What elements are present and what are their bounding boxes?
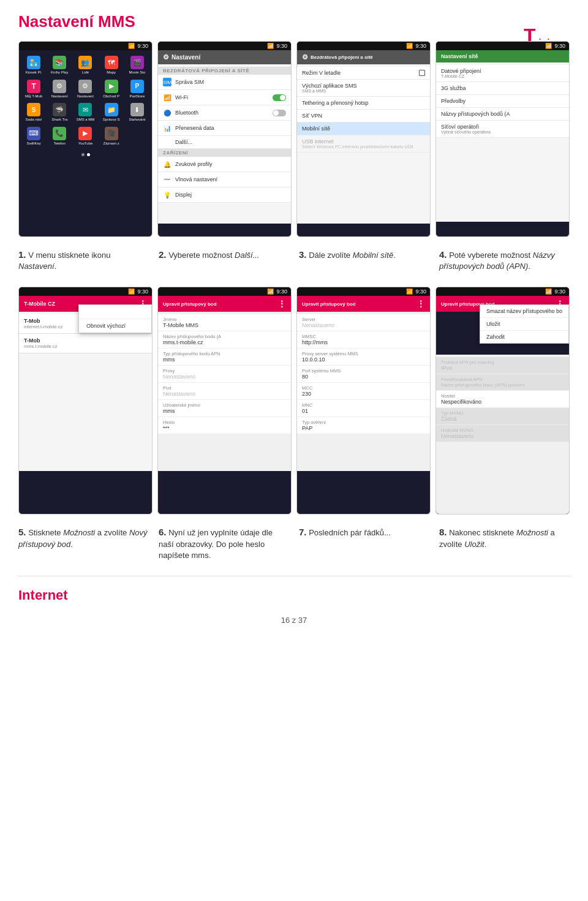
apn-field-port[interactable]: Port Nenastaveno <box>158 383 291 400</box>
instruction-3: 3. Dále zvolíte Mobilní sítě. <box>299 248 429 272</box>
home-icon-obchod[interactable]: ▶Obchod P <box>99 78 124 100</box>
bluetooth-toggle[interactable] <box>273 110 286 116</box>
network-item-operators[interactable]: Síťoví operátoři Vybrat síťového operáto… <box>436 121 569 138</box>
wireless-title: Bezdrátová připojení a sítě <box>311 55 425 60</box>
home-icon-nastaveni1[interactable]: ⚙Nastavení <box>47 78 72 100</box>
network-item-data[interactable]: Datové připojení T-Mobile CZ <box>436 65 569 82</box>
apn-edit2-body: Server Nenastaveno MMSC http://mms Proxy… <box>297 312 430 471</box>
wireless-item-airplane-label: Režim V letadle <box>302 70 415 76</box>
home-icon-zaznam[interactable]: 🎥Záznam z <box>99 125 124 148</box>
home-icon-youtube[interactable]: ▶YouTube <box>73 125 97 148</box>
network-item-apn[interactable]: Názvy přístupových bodů (A <box>436 108 569 121</box>
wireless-item-vpn[interactable]: Síť VPN <box>297 110 430 123</box>
apn-field-mnc[interactable]: MNC 01 <box>297 400 430 417</box>
network-title: Nastavení sítě <box>441 53 564 59</box>
section-divider <box>18 576 570 576</box>
settings-item-wave[interactable]: 〰 Vlnová nastavení <box>158 172 291 187</box>
apn-field-apn-name-label: Název přístupového bodu (A <box>163 334 286 339</box>
apn-ctx-field-nositel[interactable]: Nositel Nespecifikováno <box>436 391 569 408</box>
apn-field-jmeno[interactable]: Jméno T-Mobile MMS <box>158 314 291 331</box>
home-icon-mapy[interactable]: 🗺Mapy <box>99 54 124 77</box>
bluetooth-icon: 🔵 <box>163 108 172 117</box>
internet-section-heading: Internet <box>18 587 570 603</box>
wireless-item-mobile[interactable]: Mobilní sítě <box>297 123 430 135</box>
home-icon-nastaveni2[interactable]: ⚙Nastavení <box>73 78 97 100</box>
home-icon-sms[interactable]: ✉SMS a MM <box>73 101 97 124</box>
settings-item-data-label: Přenesená data <box>175 125 286 131</box>
apn-field-mms-proxy-label: Proxy server systému MMS <box>302 351 425 356</box>
home-icon-spravce[interactable]: 📁Správce S <box>99 101 124 124</box>
ctx-menu-delete[interactable]: Smazat název přístupového bo <box>480 305 568 318</box>
apn-field-mmsc-value: http://mms <box>302 339 425 345</box>
settings-item-bluetooth-label: Bluetooth <box>175 110 269 116</box>
apn-field-password-value: *** <box>163 425 286 431</box>
apn-field-auth[interactable]: Typ ověření PAP <box>297 417 430 434</box>
apn-field-mms-proxy[interactable]: Proxy server systému MMS 10.0.0.10 <box>297 349 430 366</box>
dropdown-item-restore[interactable]: Obnovit výchozí <box>79 319 151 333</box>
apn-field-username-value: mms <box>163 408 286 414</box>
instruction-8: 8. Nakonec stisknete Možnosti a zvolíte … <box>439 526 570 561</box>
settings-item-data[interactable]: 📊 Přenesená data <box>158 121 291 136</box>
home-icon-tmobile[interactable]: TMůj T-Mob <box>21 78 46 100</box>
apn-field-proxy[interactable]: Proxy Nenastaveno <box>158 366 291 383</box>
settings-gear-icon: ⚙ <box>163 53 169 61</box>
apn-edit2-header: Upravit přístupový bod ⋮ <box>297 296 430 312</box>
ctx-menu-discard[interactable]: Zahodit <box>480 331 568 343</box>
settings-title: Nastavení <box>172 54 286 61</box>
apn-field-type[interactable]: Typ přístupového bodu APN mms <box>158 349 291 366</box>
apn-list-body: Nový přístupový bod Obnovit výchozí T-Mo… <box>19 312 152 471</box>
network-item-3g[interactable]: 3G služba <box>436 82 569 95</box>
instructions-row-1: 1. V menu stisknete ikonu Nastavení. 2. … <box>18 248 570 272</box>
home-icon-shark[interactable]: 🦈Shark Tra <box>47 101 72 124</box>
home-icon-kiosek[interactable]: 🏪Kiosek Pl. <box>21 54 46 77</box>
dropdown-item-new[interactable]: Nový přístupový bod <box>79 305 151 319</box>
wifi-toggle[interactable] <box>273 94 286 101</box>
home-icon-paris[interactable]: PPariStore <box>125 78 149 100</box>
apn-field-apn-name[interactable]: Název přístupového bodu (A mms.t-mobile.… <box>158 331 291 349</box>
apn-field-mms-port[interactable]: Port systému MMS 80 <box>297 366 430 383</box>
settings-item-wifi[interactable]: 📶 Wi-Fi <box>158 90 291 105</box>
wireless-item-usb[interactable]: USB Internet Sdílení Windows PC internet… <box>297 135 430 153</box>
sim-icon: SIM <box>163 78 172 86</box>
apn-field-mcc-label: MCC <box>302 385 425 391</box>
home-icon-stah[interactable]: ⬇Stahování <box>125 101 149 124</box>
display-icon: 💡 <box>163 190 172 199</box>
apn-ctx-enable-value: Název přístupového bodu (APN) povolen <box>441 382 564 388</box>
settings-item-display[interactable]: 💡 Displej <box>158 187 291 203</box>
wireless-item-tethering[interactable]: Tethering a přenosný hotsp <box>297 97 430 110</box>
home-icon-sada[interactable]: SSada nás! <box>21 101 46 124</box>
settings-item-sound[interactable]: 🔔 Zvukové profily <box>158 157 291 172</box>
apn-field-proxy-label: Proxy <box>163 368 286 374</box>
wifi-icon: 📶 <box>163 93 172 102</box>
apn-field-server[interactable]: Server Nenastaveno <box>297 314 430 331</box>
settings-item-dalsi[interactable]: Další... <box>158 136 291 149</box>
apn-field-password[interactable]: Heslo *** <box>158 417 291 434</box>
network-item-predvolby-label: Předvolby <box>441 98 564 104</box>
apn-field-mmsc[interactable]: MMSC http://mms <box>297 331 430 349</box>
home-icon-lide[interactable]: 👥Lidé <box>73 54 97 77</box>
home-icons-grid: 🏪Kiosek Pl. 📚Knihy Play 👥Lidé 🗺Mapy 🎬Mov… <box>19 50 152 151</box>
instruction-5-number: 5. <box>18 527 26 537</box>
apn-list-item-2[interactable]: T-Mob mms.t-mobile.cz <box>19 334 152 353</box>
home-icon-swiftkey[interactable]: ⌨SwiftKey <box>21 125 46 148</box>
settings-item-bluetooth[interactable]: 🔵 Bluetooth <box>158 105 291 121</box>
ctx-menu-save[interactable]: Uložit <box>480 318 568 331</box>
statusbar-2: 📶 9:30 <box>158 42 291 50</box>
apn-ctx-roaming-label: Protokol APN pro roaming <box>441 360 564 365</box>
airplane-checkbox[interactable] <box>419 70 425 76</box>
apn-edit1-more-icon[interactable]: ⋮ <box>277 299 286 309</box>
apn-field-mcc[interactable]: MCC 230 <box>297 383 430 400</box>
home-icon-knihy[interactable]: 📚Knihy Play <box>47 54 72 77</box>
home-icon-telefon[interactable]: 📞Telefon <box>47 125 72 148</box>
home-icon-movie[interactable]: 🎬Movie Sto <box>125 54 149 77</box>
apn-edit1-body: Jméno T-Mobile MMS Název přístupového bo… <box>158 312 291 471</box>
wireless-item-sms[interactable]: Výchozí aplikace SMS SMS a MMS <box>297 80 430 97</box>
apn-edit2-more-icon[interactable]: ⋮ <box>417 299 425 309</box>
wireless-item-airplane[interactable]: Režim V letadle <box>297 67 430 80</box>
apn-field-mms-proxy-value: 10.0.0.10 <box>302 356 425 363</box>
wave-icon: 〰 <box>163 175 172 184</box>
settings-item-sim[interactable]: SIM Správa SIM <box>158 75 291 90</box>
network-item-predvolby[interactable]: Předvolby <box>436 95 569 108</box>
wireless-header: ⚙ Bezdrátová připojení a sítě <box>297 50 430 64</box>
apn-field-username[interactable]: Uživatelské jméno mms <box>158 400 291 417</box>
